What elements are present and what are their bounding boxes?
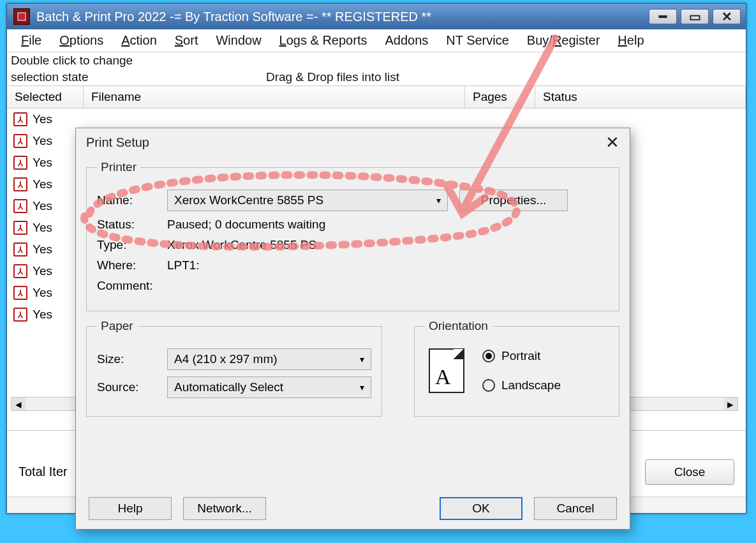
chevron-down-icon: ▾ xyxy=(360,382,364,392)
row-selected-value: Yes xyxy=(33,286,52,300)
orientation-legend: Orientation xyxy=(425,319,492,333)
ok-button[interactable]: OK xyxy=(440,497,523,520)
column-selected[interactable]: Selected xyxy=(7,86,84,108)
svg-rect-0 xyxy=(18,13,26,20)
printer-type-value: Xerox WorkCentre 5855 PS xyxy=(167,238,316,252)
row-selected-value: Yes xyxy=(33,221,52,235)
properties-button[interactable]: Properties... xyxy=(459,190,568,211)
radio-icon xyxy=(482,350,495,362)
pdf-icon: ⅄ xyxy=(13,308,27,322)
printer-where-value: LPT1: xyxy=(167,258,200,272)
scroll-right-icon[interactable]: ▸ xyxy=(723,398,737,410)
printer-type-label: Type: xyxy=(97,238,167,252)
table-row[interactable]: ⅄Yes xyxy=(7,108,746,130)
cancel-button[interactable]: Cancel xyxy=(534,497,617,520)
paper-size-label: Size: xyxy=(97,352,167,366)
hint-bar: Double click to change xyxy=(7,52,746,69)
pdf-icon: ⅄ xyxy=(13,177,27,191)
maximize-button[interactable]: ▭ xyxy=(681,9,709,24)
menu-help[interactable]: Help xyxy=(609,31,653,50)
window-title: Batch & Print Pro 2022 -= By Traction So… xyxy=(36,10,649,24)
network-button[interactable]: Network... xyxy=(183,497,266,520)
printer-status-label: Status: xyxy=(97,218,167,232)
menu-action[interactable]: Action xyxy=(112,31,166,50)
column-filename[interactable]: Filename xyxy=(84,86,465,108)
app-icon xyxy=(13,8,30,25)
paper-group: Paper Size: A4 (210 x 297 mm) ▾ Source: … xyxy=(86,319,382,417)
menu-options[interactable]: Options xyxy=(50,31,112,50)
orientation-group: Orientation A Portrait Landscape xyxy=(414,319,619,417)
printer-group: Printer Name: Xerox WorkCentre 5855 PS ▾… xyxy=(86,160,619,311)
paper-size-combo[interactable]: A4 (210 x 297 mm) ▾ xyxy=(167,348,371,370)
scroll-left-icon[interactable]: ◂ xyxy=(11,398,26,410)
pdf-icon: ⅄ xyxy=(13,199,27,213)
menu-sort[interactable]: Sort xyxy=(166,31,207,50)
pdf-icon: ⅄ xyxy=(13,156,27,170)
printer-legend: Printer xyxy=(97,160,140,174)
printer-name-label: Name: xyxy=(97,193,167,207)
column-pages[interactable]: Pages xyxy=(465,86,535,108)
printer-comment-label: Comment: xyxy=(97,279,167,293)
row-selected-value: Yes xyxy=(33,177,52,191)
radio-icon xyxy=(482,379,495,392)
menu-window[interactable]: Window xyxy=(207,31,270,50)
list-header: Selected Filename Pages Status xyxy=(7,86,746,108)
pdf-icon: ⅄ xyxy=(13,221,27,235)
row-selected-value: Yes xyxy=(33,112,52,126)
row-selected-value: Yes xyxy=(33,134,52,148)
page-orientation-icon: A xyxy=(429,348,464,393)
paper-legend: Paper xyxy=(97,319,137,333)
help-button[interactable]: Help xyxy=(89,497,172,520)
portrait-radio[interactable]: Portrait xyxy=(482,349,561,363)
chevron-down-icon: ▾ xyxy=(360,354,364,364)
hint-text-2: selection state xyxy=(11,70,266,84)
column-status[interactable]: Status xyxy=(535,86,746,108)
printer-status-value: Paused; 0 documents waiting xyxy=(167,218,325,232)
titlebar[interactable]: Batch & Print Pro 2022 -= By Traction So… xyxy=(7,4,746,29)
dialog-close-icon[interactable]: ✕ xyxy=(605,133,619,152)
row-selected-value: Yes xyxy=(33,156,52,170)
drag-drop-hint: Drag & Drop files into list xyxy=(266,70,399,84)
printer-where-label: Where: xyxy=(97,258,167,272)
close-window-button[interactable]: ✕ xyxy=(713,9,741,24)
pdf-icon: ⅄ xyxy=(13,286,27,300)
chevron-down-icon: ▾ xyxy=(436,195,441,205)
menu-addons[interactable]: Addons xyxy=(376,31,437,50)
row-selected-value: Yes xyxy=(33,199,52,213)
pdf-icon: ⅄ xyxy=(13,242,27,257)
pdf-icon: ⅄ xyxy=(13,112,27,126)
pdf-icon: ⅄ xyxy=(13,264,27,278)
menu-buyregister[interactable]: Buy/Register xyxy=(518,31,609,50)
minimize-button[interactable]: ━ xyxy=(649,9,677,24)
menu-bar: File Options Action Sort Window Logs & R… xyxy=(7,29,746,52)
close-button[interactable]: Close xyxy=(645,459,734,485)
printer-name-combo[interactable]: Xerox WorkCentre 5855 PS ▾ xyxy=(167,190,448,211)
dialog-title: Print Setup xyxy=(86,135,149,150)
dialog-buttons: Help Network... OK Cancel xyxy=(76,497,630,520)
menu-file[interactable]: File xyxy=(12,31,50,50)
pdf-icon: ⅄ xyxy=(13,134,27,148)
row-selected-value: Yes xyxy=(33,264,52,278)
menu-logs[interactable]: Logs & Reports xyxy=(271,31,376,50)
printer-name-value: Xerox WorkCentre 5855 PS xyxy=(174,193,323,207)
landscape-radio[interactable]: Landscape xyxy=(482,378,561,392)
print-setup-dialog: Print Setup ✕ Printer Name: Xerox WorkCe… xyxy=(75,128,630,530)
row-selected-value: Yes xyxy=(33,242,52,257)
paper-source-label: Source: xyxy=(97,380,167,394)
menu-ntservice[interactable]: NT Service xyxy=(437,31,518,50)
paper-source-combo[interactable]: Automatically Select ▾ xyxy=(167,376,371,398)
hint-text-1: Double click to change xyxy=(11,54,266,68)
row-selected-value: Yes xyxy=(33,308,52,322)
